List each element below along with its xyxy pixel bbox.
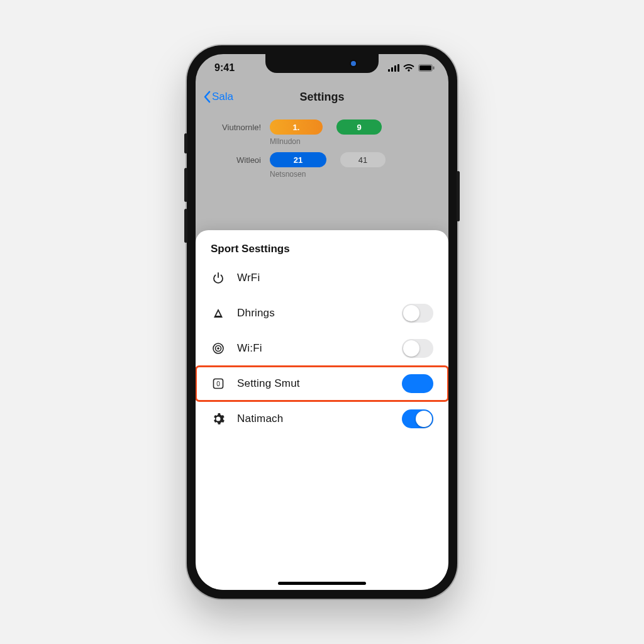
- svg-rect-2: [394, 65, 396, 72]
- screen: 9:41 Sala Settings Viutnornle! 1. 9 Mlln…: [196, 54, 448, 590]
- home-indicator[interactable]: [278, 582, 366, 585]
- list-item-label: Dhrings: [237, 307, 391, 319]
- list-item-natimach[interactable]: Natimach: [196, 401, 448, 436]
- background-content: Viutnornle! 1. 9 Mllnudon Witleoi 21 41 …: [196, 112, 448, 179]
- page-title: Settings: [299, 91, 344, 104]
- wifi-icon: [403, 64, 414, 72]
- svg-rect-5: [419, 65, 431, 70]
- svg-point-9: [217, 347, 219, 350]
- list-item-label: WrFi: [237, 272, 433, 284]
- stat-sublabel: Netsnosen: [270, 170, 433, 179]
- list-item-wifi[interactable]: WrFi: [196, 260, 448, 296]
- status-time: 9:41: [214, 62, 235, 74]
- triangle-icon: [211, 307, 226, 319]
- gear-icon: [211, 413, 226, 425]
- list-item-label: Wi:Fi: [237, 342, 391, 355]
- list-item-dhrings[interactable]: Dhrings: [196, 296, 448, 331]
- cellular-icon: [388, 64, 399, 72]
- volume-up-button: [184, 168, 187, 202]
- power-icon: [211, 272, 226, 284]
- mute-switch: [184, 133, 187, 153]
- volume-down-button: [184, 209, 187, 243]
- stat-value: 1.: [293, 123, 300, 132]
- stat-bar-blue: 21: [270, 152, 326, 167]
- toggle-dhrings[interactable]: [402, 304, 433, 323]
- svg-rect-6: [433, 67, 435, 70]
- chevron-left-icon: [203, 91, 211, 103]
- svg-text:0: 0: [216, 380, 220, 387]
- back-button[interactable]: Sala: [203, 91, 233, 103]
- svg-rect-1: [391, 67, 393, 72]
- power-button: [457, 171, 460, 221]
- toggle-natimach[interactable]: [402, 409, 433, 428]
- square-zero-icon: 0: [211, 377, 226, 390]
- battery-icon: [418, 64, 435, 72]
- settings-sheet: Sport Sesttings WrFi Dhrings Wi:Fi: [196, 230, 448, 590]
- camera-indicator-icon: [351, 61, 356, 66]
- stat-bar-gray: 41: [340, 152, 386, 167]
- phone-frame: 9:41 Sala Settings Viutnornle! 1. 9 Mlln…: [187, 45, 457, 599]
- status-icons: [388, 64, 435, 72]
- notch: [265, 54, 379, 73]
- stat-value: 21: [294, 155, 303, 165]
- svg-rect-0: [388, 69, 390, 72]
- list-item-label: Natimach: [237, 413, 391, 425]
- target-icon: [211, 342, 226, 355]
- list-item-label: Setting Smut: [237, 377, 391, 390]
- list-item-setting-smut[interactable]: 0 Setting Smut: [196, 366, 448, 401]
- stat-label: Witleoi: [211, 155, 261, 165]
- list-item-wifi2[interactable]: Wi:Fi: [196, 331, 448, 366]
- back-label: Sala: [212, 91, 233, 103]
- sheet-title: Sport Sesttings: [196, 243, 448, 260]
- nav-bar: Sala Settings: [196, 82, 448, 112]
- svg-rect-3: [397, 64, 399, 72]
- toggle-setting-smut[interactable]: [402, 374, 433, 393]
- stat-row-1: Viutnornle! 1. 9: [211, 119, 433, 135]
- stat-bar-green: 9: [336, 119, 382, 135]
- stat-label: Viutnornle!: [211, 123, 261, 132]
- toggle-wifi2[interactable]: [402, 339, 433, 358]
- stat-value: 41: [358, 155, 367, 165]
- stat-value: 9: [357, 123, 361, 132]
- stat-bar-orange: 1.: [270, 119, 323, 135]
- stat-row-2: Witleoi 21 41: [211, 152, 433, 167]
- stat-sublabel: Mllnudon: [270, 137, 433, 146]
